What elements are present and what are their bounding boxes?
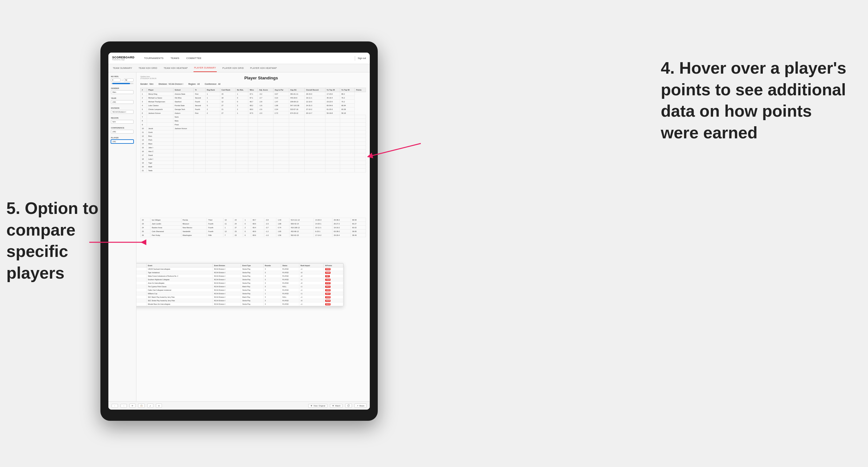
table-row[interactable]: 6Jackson KoivunAuburnFirst227167.5-2.02.… bbox=[141, 111, 366, 115]
table-cell: -0.8 bbox=[264, 218, 276, 222]
table-cell bbox=[289, 168, 305, 173]
sidebar-conference-select[interactable]: (All) bbox=[111, 130, 133, 133]
table-row[interactable]: 25Cole SherwoodVanderbiltFourth1223068.9… bbox=[141, 229, 366, 234]
col-num: # bbox=[141, 88, 147, 92]
sub-nav-team-summary[interactable]: TEAM SUMMARY bbox=[112, 64, 133, 72]
sub-nav-team-h2h-heatmap[interactable]: TEAM H2H HEATMAP bbox=[163, 64, 188, 72]
table-cell: Michael Thorbjornsen bbox=[147, 100, 174, 103]
tooltip-points-badge[interactable]: 24.11 bbox=[325, 286, 331, 288]
table-cell: 1 bbox=[236, 111, 248, 115]
table-cell: 12 bbox=[220, 100, 236, 103]
tooltip-points-badge[interactable]: 56.38 bbox=[325, 300, 331, 302]
nav-tournaments[interactable]: TOURNAMENTS bbox=[144, 57, 164, 60]
table-cell bbox=[220, 130, 236, 134]
table-cell bbox=[236, 150, 248, 153]
sidebar-player-select[interactable]: (All) bbox=[111, 139, 133, 144]
table-row[interactable]: 20Mattl bbox=[141, 165, 366, 168]
sub-nav-team-h2h-grid[interactable]: TEAM H2H GRID bbox=[138, 64, 158, 72]
table-row[interactable]: 22Ian GilliganFloridaThird1024168.7-0.81… bbox=[141, 218, 366, 222]
table-cell: 27 bbox=[220, 103, 236, 107]
sidebar-gender-select[interactable]: Men Women bbox=[111, 90, 133, 94]
table-cell: 58.18 bbox=[340, 111, 355, 115]
table-row[interactable]: 7Nichi bbox=[141, 115, 366, 119]
table-row[interactable]: 2Michael La SassoOle MissSecond118067.1-… bbox=[141, 96, 366, 100]
toolbar-watch[interactable]: 👁 Watch bbox=[330, 404, 343, 408]
sign-out-link[interactable]: Sign out bbox=[358, 57, 366, 59]
table-cell: 1.56 bbox=[276, 234, 289, 237]
table-row[interactable]: 10JacobJackson Koivun bbox=[141, 127, 366, 130]
table-cell bbox=[289, 161, 305, 165]
table-cell: -1.6 bbox=[258, 103, 273, 107]
table-cell: 29-38-2 bbox=[332, 218, 351, 222]
table-cell: 24 bbox=[141, 226, 151, 229]
tooltip-cell: 3 bbox=[263, 268, 281, 271]
nav-teams[interactable]: TEAMS bbox=[170, 57, 180, 60]
tooltip-cell: NCAA Division I bbox=[213, 278, 241, 281]
table-cell: 19-16-2 bbox=[332, 226, 351, 229]
sidebar-year-select[interactable]: (All) bbox=[111, 100, 133, 104]
tooltip-points-badge[interactable]: 18.50 bbox=[325, 289, 331, 291]
sub-nav-player-h2h-heatmap[interactable]: PLAYER H2H HEATMAP bbox=[250, 64, 278, 72]
table-cell bbox=[289, 165, 305, 168]
table-row[interactable]: 18Luke I bbox=[141, 157, 366, 161]
tooltip-points-badge[interactable]: 25.38 bbox=[325, 296, 331, 299]
table-cell: 23 bbox=[233, 229, 243, 234]
table-row[interactable]: 15Jake I bbox=[141, 146, 366, 150]
table-cell bbox=[325, 127, 340, 130]
table-row[interactable]: 11Gonk bbox=[141, 130, 366, 134]
tooltip-points-badge[interactable]: 93.64 bbox=[325, 268, 331, 270]
sub-nav-player-summary[interactable]: PLAYER SUMMARY bbox=[193, 64, 217, 72]
toolbar-share[interactable]: ↗ Share bbox=[354, 404, 367, 408]
tooltip-points-badge[interactable]: 73.23 bbox=[325, 279, 331, 281]
tooltip-points-badge[interactable]: 46.7 bbox=[325, 275, 330, 277]
toolbar-comment[interactable]: 💬 bbox=[345, 404, 352, 408]
table-cell: -1.2 bbox=[264, 229, 276, 234]
table-row[interactable]: 1Wenyi DingArizona StateFirst115167.1-3.… bbox=[141, 92, 366, 96]
table-cell bbox=[258, 161, 273, 165]
table-cell: 10-11-1 bbox=[314, 226, 333, 229]
toolbar-copy[interactable]: 📋 bbox=[138, 404, 145, 408]
table-row[interactable]: 17David bbox=[141, 153, 366, 157]
range-from-input[interactable] bbox=[111, 79, 121, 82]
table-row[interactable]: 16Alex C bbox=[141, 150, 366, 153]
table-row[interactable]: 4Luke ClantonFlorida StateSecond527268.2… bbox=[141, 103, 366, 107]
tooltip-cell: +0 bbox=[299, 281, 323, 285]
tooltip-cell: +1 bbox=[299, 295, 323, 299]
tooltip-points-badge[interactable]: 37.57 bbox=[325, 282, 331, 284]
toolbar-undo[interactable]: ← bbox=[112, 404, 118, 408]
table-row[interactable]: 23Jack LundinMissouriFourth1124068.5-2.3… bbox=[141, 222, 366, 226]
table-row[interactable]: 12Bren bbox=[141, 134, 366, 138]
sub-nav-player-h2h-grid[interactable]: PLAYER H2H GRID bbox=[222, 64, 245, 72]
sidebar-division-select[interactable]: NCAA Division I bbox=[111, 110, 133, 114]
tooltip-cell: Williams Cup bbox=[147, 292, 213, 295]
toolbar-refresh[interactable]: ⟳ bbox=[129, 404, 135, 408]
table-cell bbox=[174, 165, 194, 168]
tooltip-points-badge[interactable]: 30.47 bbox=[325, 292, 331, 295]
table-row[interactable]: 9Prest bbox=[141, 123, 366, 127]
range-to-input[interactable] bbox=[124, 79, 133, 82]
toolbar-redo[interactable]: → bbox=[121, 404, 127, 408]
sidebar-region-select[interactable]: N/A bbox=[111, 120, 133, 124]
table-row[interactable]: 26Petr HrubyWashingtonFifth723068.6-1.61… bbox=[141, 234, 366, 237]
table-row[interactable]: 19Tiger bbox=[141, 161, 366, 165]
tooltip-col-wpoints: W Points bbox=[324, 263, 343, 268]
table-cell bbox=[147, 119, 174, 123]
table-row[interactable]: 5Christo LamprechtGeorgia TechFourth2212… bbox=[141, 107, 366, 111]
table-cell bbox=[340, 157, 355, 161]
table-row[interactable]: 8Mats bbox=[141, 119, 366, 123]
table-row[interactable]: 13Pitch bbox=[141, 138, 366, 142]
toolbar-settings[interactable]: ⊙ bbox=[156, 404, 162, 408]
toolbar-export[interactable]: ↙ bbox=[147, 404, 153, 408]
table-row[interactable]: 14Mare bbox=[141, 142, 366, 146]
toolbar-view-original[interactable]: 👁 View: Original bbox=[308, 404, 328, 408]
nav-committee[interactable]: COMMITTEE bbox=[186, 57, 202, 60]
tooltip-points-badge[interactable]: 53.60 bbox=[325, 272, 331, 274]
table-cell bbox=[205, 161, 220, 165]
table-row[interactable]: 24Bastien AmatNew MexicoFourth127269.4-3… bbox=[141, 226, 366, 229]
range-slider[interactable] bbox=[111, 83, 133, 84]
table-row[interactable]: 21Teele bbox=[141, 168, 366, 173]
tooltip-col-rounds: Rounds bbox=[263, 263, 281, 268]
tooltip-points-badge[interactable]: 66.40 bbox=[325, 303, 331, 305]
table-row[interactable]: 3Michael ThorbjornsenStanfordFourth11206… bbox=[141, 100, 366, 103]
table-cell: 18 bbox=[220, 96, 236, 100]
